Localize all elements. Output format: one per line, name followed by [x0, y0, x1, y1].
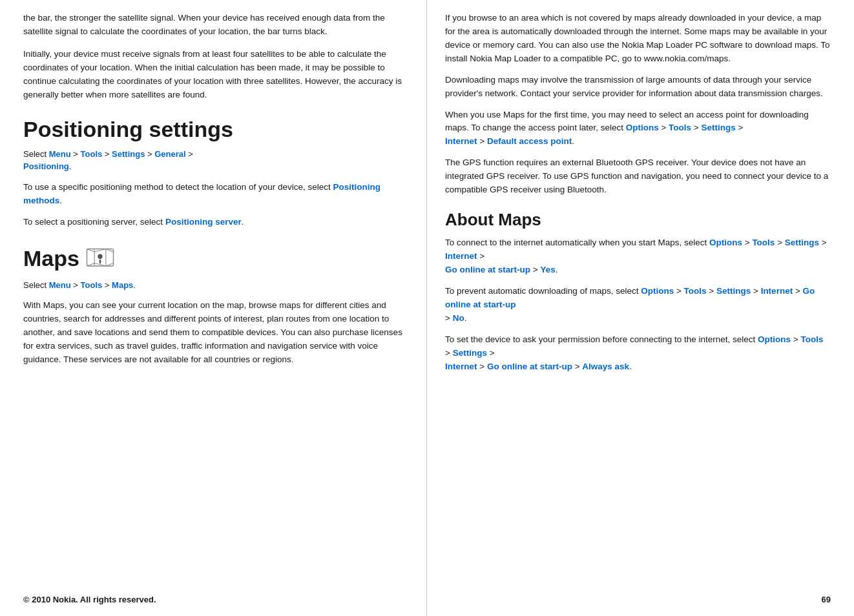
a3-sep2: >	[445, 348, 453, 358]
a1-end: .	[556, 265, 558, 274]
a2-internet[interactable]: Internet	[761, 286, 793, 296]
a2-sep5: >	[445, 313, 453, 323]
a2-options[interactable]: Options	[641, 286, 674, 296]
sep2: >	[102, 149, 112, 159]
svg-point-1	[98, 254, 102, 258]
maps-heading-row: Maps	[23, 245, 408, 272]
a1-sep3: >	[819, 238, 827, 247]
page-footer: © 2010 Nokia. All rights reserved. 69	[0, 595, 854, 604]
a1-sep1: >	[742, 238, 752, 247]
r3-sep1: >	[659, 123, 669, 132]
positioning-server-para: To select a positioning server, select P…	[23, 216, 408, 229]
a3-sep1: >	[791, 334, 800, 344]
r3-end: .	[572, 136, 574, 146]
pos-methods-pre: To use a specific positioning method to …	[23, 182, 331, 192]
copyright-text: © 2010 Nokia. All rights reserved.	[23, 595, 156, 604]
r3-sep2: >	[691, 123, 701, 132]
intro-paragraph-1: the bar, the stronger the satellite sign…	[23, 12, 408, 39]
a1-tools[interactable]: Tools	[752, 238, 775, 247]
positioning-methods-para: To use a specific positioning method to …	[23, 181, 408, 208]
maps-bc-sep2: >	[102, 280, 112, 290]
breadcrumb-end: .	[69, 161, 72, 171]
maps-bc-end: .	[133, 280, 136, 290]
a3-options[interactable]: Options	[758, 334, 791, 344]
r3-sep4: >	[477, 136, 487, 146]
a3-pre: To set the device to ask your permission…	[445, 334, 755, 344]
positioning-settings-heading: Positioning settings	[23, 118, 408, 141]
about-maps-heading: About Maps	[445, 210, 831, 230]
breadcrumb-tools: Tools	[81, 149, 103, 159]
pos-server-end: .	[242, 217, 244, 227]
left-column: the bar, the stronger the satellite sign…	[0, 0, 427, 616]
pos-server-pre: To select a positioning server, select	[23, 217, 163, 227]
positioning-breadcrumb: Select Menu > Tools > Settings > General…	[23, 148, 408, 173]
a3-end: .	[629, 362, 632, 371]
breadcrumb-general: General	[154, 149, 185, 159]
r3-default[interactable]: Default access point	[487, 136, 572, 146]
right-para-4: The GPS function requires an external Bl…	[445, 156, 831, 197]
right-para-1: If you browse to an area which is not co…	[445, 12, 831, 66]
a2-sep4: >	[793, 286, 802, 296]
r3-settings[interactable]: Settings	[701, 123, 735, 132]
maps-bc-maps: Maps	[112, 280, 133, 290]
page-number: 69	[822, 595, 831, 604]
a1-settings[interactable]: Settings	[785, 238, 819, 247]
r3-sep3: >	[736, 123, 744, 132]
a2-settings[interactable]: Settings	[716, 286, 751, 296]
a3-tools[interactable]: Tools	[800, 334, 823, 344]
a1-options[interactable]: Options	[709, 238, 742, 247]
intro-paragraph-2: Initially, your device must receive sign…	[23, 48, 408, 102]
r3-tools[interactable]: Tools	[669, 123, 691, 132]
a2-sep3: >	[751, 286, 760, 296]
a3-sep4: >	[477, 362, 487, 371]
a3-alwaysask[interactable]: Always ask	[582, 362, 629, 371]
page-container: the bar, the stronger the satellite sign…	[0, 0, 854, 616]
maps-body-text: With Maps, you can see your current loca…	[23, 299, 408, 367]
positioning-server-link[interactable]: Positioning server	[165, 217, 242, 227]
a2-sep2: >	[707, 286, 716, 296]
a1-goonline[interactable]: Go online at start-up	[445, 265, 530, 274]
sep3: >	[145, 149, 154, 159]
a2-pre: To prevent automatic downloading of maps…	[445, 286, 638, 296]
right-column: If you browse to an area which is not co…	[427, 0, 854, 616]
breadcrumb-menu: Menu	[49, 149, 71, 159]
sep1: >	[71, 149, 81, 159]
a3-sep5: >	[572, 362, 582, 371]
maps-heading: Maps	[23, 246, 79, 271]
a3-internet[interactable]: Internet	[445, 362, 477, 371]
a1-sep5: >	[530, 265, 540, 274]
pos-methods-end: .	[59, 196, 62, 205]
maps-bc-pre: Select	[23, 280, 47, 290]
sep4: >	[186, 149, 193, 159]
maps-bc-menu: Menu	[49, 280, 71, 290]
about-para-2: To prevent automatic downloading of maps…	[445, 285, 831, 325]
about-para-1: To connect to the internet automatically…	[445, 236, 831, 277]
a3-sep3: >	[487, 348, 495, 358]
a3-settings[interactable]: Settings	[453, 348, 487, 358]
right-para-3: When you use Maps for the first time, yo…	[445, 108, 831, 149]
a2-no[interactable]: No	[453, 313, 464, 323]
a1-internet[interactable]: Internet	[445, 251, 477, 261]
breadcrumb-settings: Settings	[112, 149, 145, 159]
maps-breadcrumb: Select Menu > Tools > Maps.	[23, 279, 408, 292]
a2-end: .	[464, 313, 467, 323]
a2-sep1: >	[674, 286, 683, 296]
maps-bc-tools: Tools	[81, 280, 103, 290]
r3-options[interactable]: Options	[626, 123, 659, 132]
a2-tools[interactable]: Tools	[684, 286, 707, 296]
right-para-2: Downloading maps may involve the transmi…	[445, 74, 831, 101]
breadcrumb-pre: Select	[23, 149, 47, 159]
maps-icon	[86, 245, 114, 272]
a3-goonline[interactable]: Go online at start-up	[487, 362, 572, 371]
a1-pre: To connect to the internet automatically…	[445, 238, 707, 247]
a1-sep2: >	[775, 238, 784, 247]
breadcrumb-positioning: Positioning	[23, 161, 69, 171]
maps-bc-sep1: >	[71, 280, 81, 290]
a1-sep4: >	[477, 251, 485, 261]
about-para-3: To set the device to ask your permission…	[445, 333, 831, 374]
a1-yes[interactable]: Yes	[540, 265, 555, 274]
r3-internet[interactable]: Internet	[445, 136, 477, 146]
